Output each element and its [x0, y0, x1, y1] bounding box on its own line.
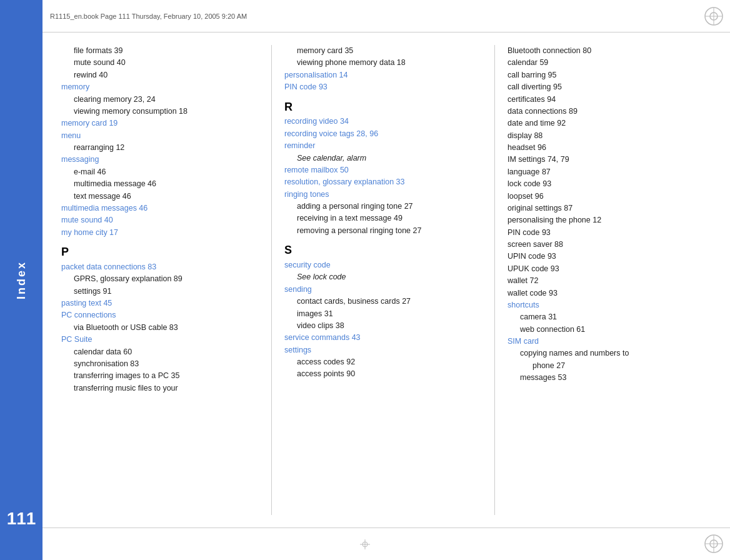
list-item: video clips 38: [284, 320, 488, 332]
index-label: Index: [15, 261, 28, 299]
column-1: file formats 39mute sound 40rewind 40mem…: [61, 45, 272, 515]
list-item: original settings 87: [508, 202, 711, 214]
list-item[interactable]: PIN code 93: [284, 81, 488, 93]
list-item: data connections 89: [508, 106, 711, 118]
list-item: transferring music files to your: [61, 382, 265, 394]
list-item: settings 91: [61, 286, 265, 298]
list-item[interactable]: ringing tones: [284, 189, 488, 201]
page-footer: [0, 528, 730, 560]
list-item: e-mail 46: [61, 166, 265, 178]
list-item[interactable]: PC Suite: [61, 334, 265, 346]
list-item: text message 46: [61, 191, 265, 202]
list-item[interactable]: remote mailbox 50: [284, 164, 488, 176]
list-item: mute sound 40: [61, 57, 265, 69]
list-item: via Bluetooth or USB cable 83: [61, 322, 265, 334]
list-item: calendar 59: [508, 57, 711, 69]
list-item[interactable]: my home city 17: [61, 227, 265, 239]
list-item: rearranging 12: [61, 142, 265, 154]
list-item: adding a personal ringing tone 27: [284, 201, 488, 212]
list-item: display 88: [508, 130, 711, 142]
list-item[interactable]: SIM card: [508, 336, 711, 348]
list-item: access points 90: [284, 368, 488, 380]
list-item: call barring 95: [508, 69, 711, 81]
list-item[interactable]: packet data connections 83: [61, 261, 265, 273]
list-item: S: [284, 242, 488, 259]
list-item: clearing memory 23, 24: [61, 94, 265, 106]
footer-crosshair: [359, 538, 371, 551]
list-item: rewind 40: [61, 69, 265, 81]
content-area: file formats 39mute sound 40rewind 40mem…: [42, 32, 730, 528]
list-item: viewing phone memory data 18: [284, 57, 488, 69]
list-item[interactable]: resolution, glossary explanation 33: [284, 176, 488, 188]
list-item: phone 27: [508, 360, 711, 372]
list-item: UPUK code 93: [508, 263, 711, 275]
list-item: messages 53: [508, 372, 711, 384]
list-item[interactable]: pasting text 45: [61, 298, 265, 309]
page-number: 111: [7, 509, 36, 529]
list-item: R: [284, 99, 488, 116]
list-item[interactable]: memory card 19: [61, 118, 265, 129]
list-item: camera 31: [508, 311, 711, 323]
list-item[interactable]: mute sound 40: [61, 214, 265, 226]
list-item: call diverting 95: [508, 81, 711, 93]
list-item: images 31: [284, 308, 488, 320]
list-item[interactable]: personalisation 14: [284, 69, 488, 81]
list-item[interactable]: memory: [61, 81, 265, 93]
list-item: wallet 72: [508, 275, 711, 287]
list-item: transferring images to a PC 35: [61, 370, 265, 382]
column-3: Bluetooth connection 80calendar 59call b…: [501, 45, 711, 515]
list-item: multimedia message 46: [61, 178, 265, 190]
list-item[interactable]: PC connections: [61, 309, 265, 321]
sidebar: Index 111: [0, 0, 42, 560]
list-item: lock code 93: [508, 178, 711, 190]
list-item: calendar data 60: [61, 346, 265, 358]
list-item: P: [61, 244, 265, 261]
list-item: contact cards, business cards 27: [284, 296, 488, 308]
list-item: headset 96: [508, 142, 711, 154]
page-header: R1115_en.book Page 111 Thursday, Februar…: [0, 0, 730, 32]
list-item: See lock code: [284, 271, 488, 283]
list-item: IM settings 74, 79: [508, 154, 711, 166]
list-item: personalising the phone 12: [508, 214, 711, 226]
list-item: loopset 96: [508, 191, 711, 202]
list-item: See calendar, alarm: [284, 152, 488, 164]
list-item: PIN code 93: [508, 227, 711, 239]
list-item: Bluetooth connection 80: [508, 45, 711, 57]
list-item[interactable]: service commands 43: [284, 332, 488, 344]
list-item: language 87: [508, 166, 711, 178]
list-item[interactable]: multimedia messages 46: [61, 202, 265, 214]
list-item: synchronisation 83: [61, 358, 265, 370]
list-item: web connection 61: [508, 324, 711, 336]
list-item[interactable]: security code: [284, 259, 488, 271]
list-item[interactable]: messaging: [61, 154, 265, 166]
list-item[interactable]: sending: [284, 284, 488, 296]
list-item: copying names and numbers to: [508, 348, 711, 359]
list-item[interactable]: recording voice tags 28, 96: [284, 128, 488, 140]
list-item[interactable]: shortcuts: [508, 299, 711, 311]
list-item: certificates 94: [508, 94, 711, 106]
list-item: viewing memory consumption 18: [61, 106, 265, 118]
list-item[interactable]: menu: [61, 130, 265, 142]
list-item: GPRS, glossary explanation 89: [61, 273, 265, 285]
list-item: memory card 35: [284, 45, 488, 57]
header-text: R1115_en.book Page 111 Thursday, Februar…: [50, 12, 247, 20]
column-2: memory card 35viewing phone memory data …: [278, 45, 495, 515]
list-item[interactable]: recording video 34: [284, 116, 488, 128]
list-item: access codes 92: [284, 356, 488, 368]
list-item: file formats 39: [61, 45, 265, 57]
list-item[interactable]: reminder: [284, 140, 488, 152]
list-item[interactable]: settings: [284, 344, 488, 356]
list-item: screen saver 88: [508, 239, 711, 251]
list-item: wallet code 93: [508, 288, 711, 299]
list-item: removing a personal ringing tone 27: [284, 225, 488, 237]
list-item: receiving in a text message 49: [284, 212, 488, 224]
list-item: UPIN code 93: [508, 251, 711, 262]
list-item: date and time 92: [508, 118, 711, 129]
